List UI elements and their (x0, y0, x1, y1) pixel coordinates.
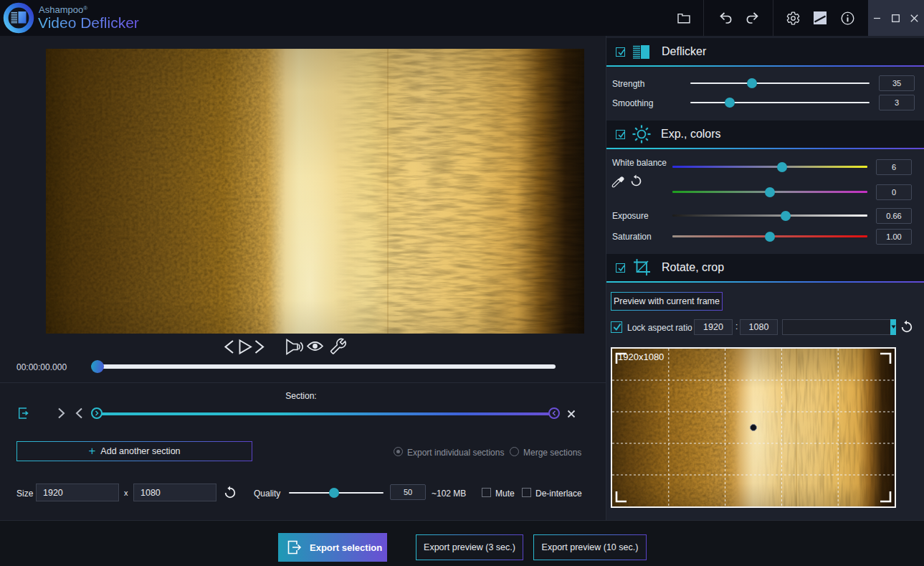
svg-text:1920x1080: 1920x1080 (618, 352, 664, 362)
